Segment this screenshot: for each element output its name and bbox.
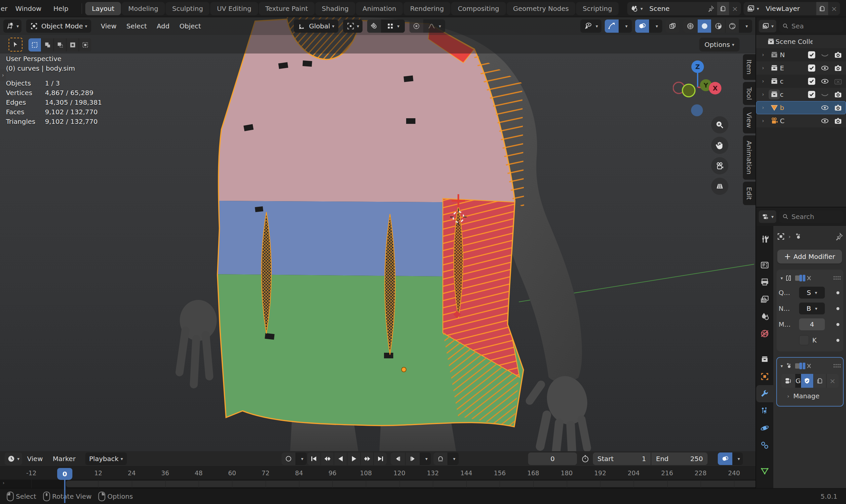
collection-checkbox[interactable]: [805, 64, 818, 72]
editor-type-button[interactable]: ▾: [3, 19, 21, 33]
play-icon[interactable]: [347, 452, 360, 465]
add-modifier-button[interactable]: + Add Modifier: [777, 250, 842, 264]
expand-icon[interactable]: ›: [757, 78, 769, 84]
select-mode-subtract[interactable]: [54, 38, 66, 52]
active-tool-select-box[interactable]: [8, 38, 22, 52]
eye-icon[interactable]: [818, 64, 831, 72]
viewport-3d[interactable]: ▾ Object Mode ▾ ViewSelectAddObject Glob…: [0, 17, 755, 451]
workspace-tab-rendering[interactable]: Rendering: [404, 2, 451, 15]
jump-end-icon[interactable]: [373, 452, 387, 465]
timeline-menu-view[interactable]: View: [22, 455, 48, 463]
animate-property-dot[interactable]: [836, 291, 840, 294]
new-copy-icon[interactable]: [813, 374, 826, 388]
fake-user-shield-icon[interactable]: [801, 374, 813, 388]
snap-toggle[interactable]: [367, 19, 381, 33]
render-visibility-icon[interactable]: [831, 90, 845, 99]
menu-window[interactable]: Window: [10, 0, 48, 17]
properties-tab-render-icon[interactable]: [756, 256, 773, 273]
timeline-editor-type-dropdown[interactable]: ▾: [5, 452, 22, 465]
properties-tab-output-icon[interactable]: [756, 273, 773, 291]
outliner-row[interactable]: ›c: [756, 88, 846, 101]
animate-property-dot[interactable]: [836, 307, 840, 310]
outliner-item-label[interactable]: E: [780, 64, 789, 72]
camera-view-button[interactable]: [711, 157, 728, 174]
overlays-dropdown[interactable]: ▾: [649, 19, 662, 33]
pin-icon[interactable]: [705, 2, 717, 15]
render-visibility-icon[interactable]: [831, 51, 845, 59]
toolbar-expand-button[interactable]: ›: [0, 69, 6, 81]
step-dropdown[interactable]: ▾: [420, 452, 431, 465]
end-frame-field[interactable]: End250: [651, 452, 707, 465]
browse-node-group-button[interactable]: [781, 374, 795, 388]
falloff-dropdown[interactable]: ▾: [423, 19, 445, 33]
gizmos-toggle[interactable]: [605, 19, 619, 33]
select-mode-invert[interactable]: [66, 38, 78, 52]
keying-set-icon[interactable]: [434, 452, 447, 465]
new-viewlayer-icon[interactable]: [816, 2, 828, 15]
eye-icon[interactable]: [818, 116, 831, 125]
select-mode-extend[interactable]: [41, 38, 54, 52]
outliner-search-input[interactable]: Sea: [779, 20, 843, 32]
eye-icon[interactable]: [818, 103, 831, 112]
sidebar-tab-tool[interactable]: Tool: [743, 82, 755, 105]
menu-truncated[interactable]: er: [0, 0, 10, 17]
orientation-dropdown[interactable]: Global ▾: [294, 19, 338, 33]
jump-start-icon[interactable]: [307, 452, 320, 465]
outliner-row[interactable]: Scene Collection: [756, 35, 846, 48]
properties-tab-modifier-icon[interactable]: [756, 385, 773, 402]
properties-tab-object-icon[interactable]: [756, 368, 773, 385]
shading-wireframe-button[interactable]: [683, 19, 697, 33]
start-frame-field[interactable]: Start1: [593, 452, 651, 465]
render-visibility-icon[interactable]: [831, 77, 845, 86]
viewlayer-name[interactable]: ViewLayer: [762, 5, 816, 13]
workspace-tab-geometry-nodes[interactable]: Geometry Nodes: [507, 2, 576, 15]
workspace-tab-layout[interactable]: Layout: [85, 2, 121, 15]
workspace-tab-animation[interactable]: Animation: [356, 2, 403, 15]
properties-tab-tool-icon[interactable]: [756, 231, 773, 248]
timeline-scrollbar[interactable]: ›: [0, 480, 755, 488]
properties-tab-data-icon[interactable]: [756, 462, 773, 480]
frame-range-bar[interactable]: [66, 481, 755, 487]
visibility-dropdown[interactable]: ▾: [580, 19, 601, 33]
gizmos-dropdown[interactable]: ▾: [619, 19, 632, 33]
field-number[interactable]: 4: [799, 318, 825, 330]
mode-dropdown[interactable]: Object Mode ▾: [26, 19, 91, 33]
node-group-name[interactable]: G: [795, 374, 801, 388]
outliner-item-label[interactable]: C: [780, 117, 789, 125]
sidebar-tab-view[interactable]: View: [743, 107, 755, 133]
shading-material-button[interactable]: [711, 19, 725, 33]
shading-solid-button[interactable]: [697, 19, 711, 33]
play-reverse-icon[interactable]: [334, 452, 347, 465]
expand-icon[interactable]: ▾: [780, 275, 783, 281]
viewlayer-browse-button[interactable]: ▾: [743, 2, 762, 15]
outliner-item-label[interactable]: N: [780, 51, 789, 59]
shading-dropdown[interactable]: ▾: [739, 19, 752, 33]
auto-key-dropdown[interactable]: ▾: [296, 452, 307, 465]
properties-tab-constraint-icon[interactable]: [756, 437, 773, 454]
pivot-point-dropdown[interactable]: ▾: [343, 19, 363, 33]
properties-tab-world-icon[interactable]: [756, 325, 773, 342]
xray-toggle[interactable]: [666, 19, 680, 33]
field-checkbox[interactable]: [799, 335, 809, 345]
auto-keying-toggle[interactable]: [282, 452, 296, 465]
collection-checkbox[interactable]: [805, 77, 818, 86]
keying-dropdown[interactable]: ▾: [447, 452, 459, 465]
properties-tab-collection-icon[interactable]: [756, 351, 773, 368]
workspace-tab-modeling[interactable]: Modeling: [122, 2, 165, 15]
new-scene-icon[interactable]: [717, 2, 729, 15]
sidebar-tab-edit[interactable]: Edit: [743, 182, 755, 205]
remove-viewlayer-icon[interactable]: ×: [828, 2, 840, 15]
properties-tab-particles-icon[interactable]: [756, 402, 773, 419]
timeline-overlays-toggle[interactable]: [718, 452, 732, 465]
viewport-menu-object[interactable]: Object: [175, 22, 206, 30]
properties-tab-physics-icon[interactable]: [756, 419, 773, 437]
properties-editor-dropdown[interactable]: ▾: [759, 210, 776, 223]
eye-icon[interactable]: [818, 51, 831, 59]
outliner-item-label[interactable]: b: [780, 104, 789, 112]
outliner-row[interactable]: ›E: [756, 61, 846, 75]
workspace-tab-shading[interactable]: Shading: [315, 2, 355, 15]
render-visibility-icon[interactable]: [831, 64, 845, 72]
workspace-tab-compositing[interactable]: Compositing: [451, 2, 506, 15]
drag-grip-icon[interactable]: [833, 363, 841, 368]
field-dropdown[interactable]: S▾: [799, 287, 825, 299]
